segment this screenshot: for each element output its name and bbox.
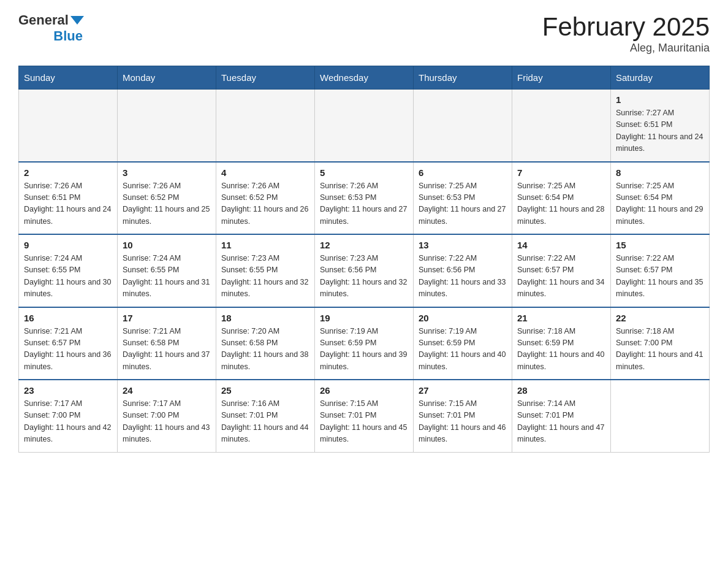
calendar-cell: 26Sunrise: 7:15 AMSunset: 7:01 PMDayligh… — [315, 380, 414, 452]
day-number: 1 — [616, 94, 704, 105]
day-info: Sunrise: 7:25 AMSunset: 6:54 PMDaylight:… — [616, 180, 704, 228]
day-info: Sunrise: 7:26 AMSunset: 6:53 PMDaylight:… — [320, 180, 408, 228]
day-info: Sunrise: 7:27 AMSunset: 6:51 PMDaylight:… — [616, 107, 704, 155]
day-number: 19 — [320, 313, 408, 323]
day-info: Sunrise: 7:17 AMSunset: 7:00 PMDaylight:… — [123, 398, 211, 446]
day-number: 10 — [123, 240, 211, 250]
day-info: Sunrise: 7:21 AMSunset: 6:58 PMDaylight:… — [123, 326, 211, 373]
day-info: Sunrise: 7:19 AMSunset: 6:59 PMDaylight:… — [320, 326, 408, 373]
day-info: Sunrise: 7:14 AMSunset: 7:01 PMDaylight:… — [517, 398, 605, 446]
day-number: 15 — [616, 240, 704, 250]
calendar-week-row: 9Sunrise: 7:24 AMSunset: 6:55 PMDaylight… — [19, 234, 710, 307]
day-info: Sunrise: 7:15 AMSunset: 7:01 PMDaylight:… — [419, 398, 507, 446]
day-info: Sunrise: 7:26 AMSunset: 6:52 PMDaylight:… — [221, 180, 309, 228]
day-info: Sunrise: 7:22 AMSunset: 6:57 PMDaylight:… — [517, 253, 605, 301]
calendar-cell — [512, 90, 611, 162]
calendar-cell: 16Sunrise: 7:21 AMSunset: 6:57 PMDayligh… — [19, 307, 118, 380]
calendar-cell: 11Sunrise: 7:23 AMSunset: 6:55 PMDayligh… — [216, 234, 315, 307]
day-number: 4 — [221, 167, 309, 178]
calendar-week-row: 16Sunrise: 7:21 AMSunset: 6:57 PMDayligh… — [19, 307, 710, 380]
month-title: February 2025 — [542, 12, 710, 42]
day-number: 13 — [419, 240, 507, 250]
logo-blue-text: Blue — [53, 28, 83, 44]
calendar-cell: 25Sunrise: 7:16 AMSunset: 7:01 PMDayligh… — [216, 380, 315, 452]
calendar-cell: 21Sunrise: 7:18 AMSunset: 6:59 PMDayligh… — [512, 307, 611, 380]
calendar-cell — [19, 90, 118, 162]
day-info: Sunrise: 7:16 AMSunset: 7:01 PMDaylight:… — [221, 398, 309, 446]
day-number: 27 — [419, 385, 507, 396]
day-info: Sunrise: 7:26 AMSunset: 6:51 PMDaylight:… — [24, 180, 112, 228]
calendar-cell: 9Sunrise: 7:24 AMSunset: 6:55 PMDaylight… — [19, 234, 118, 307]
calendar-cell: 12Sunrise: 7:23 AMSunset: 6:56 PMDayligh… — [315, 234, 414, 307]
calendar-cell: 1Sunrise: 7:27 AMSunset: 6:51 PMDaylight… — [611, 90, 710, 162]
day-number: 14 — [517, 240, 605, 250]
day-info: Sunrise: 7:21 AMSunset: 6:57 PMDaylight:… — [24, 326, 112, 373]
day-number: 7 — [517, 167, 605, 178]
calendar-cell — [118, 90, 216, 162]
logo: General Blue — [18, 12, 84, 44]
calendar-cell — [611, 380, 710, 452]
day-info: Sunrise: 7:18 AMSunset: 7:00 PMDaylight:… — [616, 326, 704, 373]
day-info: Sunrise: 7:20 AMSunset: 6:58 PMDaylight:… — [221, 326, 309, 373]
day-number: 24 — [123, 385, 211, 396]
day-number: 6 — [419, 167, 507, 178]
calendar-header-row: Sunday Monday Tuesday Wednesday Thursday… — [19, 66, 710, 90]
day-info: Sunrise: 7:25 AMSunset: 6:54 PMDaylight:… — [517, 180, 605, 228]
calendar-cell: 4Sunrise: 7:26 AMSunset: 6:52 PMDaylight… — [216, 162, 315, 235]
day-info: Sunrise: 7:23 AMSunset: 6:55 PMDaylight:… — [221, 253, 309, 301]
calendar-cell: 6Sunrise: 7:25 AMSunset: 6:53 PMDaylight… — [414, 162, 512, 235]
calendar-cell: 18Sunrise: 7:20 AMSunset: 6:58 PMDayligh… — [216, 307, 315, 380]
day-number: 12 — [320, 240, 408, 250]
day-number: 2 — [24, 167, 112, 178]
day-number: 21 — [517, 313, 605, 323]
day-number: 9 — [24, 240, 112, 250]
day-number: 11 — [221, 240, 309, 250]
day-number: 20 — [419, 313, 507, 323]
calendar-table: Sunday Monday Tuesday Wednesday Thursday… — [18, 66, 710, 453]
col-thursday: Thursday — [414, 66, 512, 90]
day-number: 18 — [221, 313, 309, 323]
location: Aleg, Mauritania — [542, 42, 710, 55]
calendar-cell: 14Sunrise: 7:22 AMSunset: 6:57 PMDayligh… — [512, 234, 611, 307]
calendar-cell: 2Sunrise: 7:26 AMSunset: 6:51 PMDaylight… — [19, 162, 118, 235]
col-saturday: Saturday — [611, 66, 710, 90]
calendar-cell: 8Sunrise: 7:25 AMSunset: 6:54 PMDaylight… — [611, 162, 710, 235]
page-header: General Blue February 2025 Aleg, Maurita… — [18, 12, 710, 55]
calendar-cell: 10Sunrise: 7:24 AMSunset: 6:55 PMDayligh… — [118, 234, 216, 307]
day-info: Sunrise: 7:23 AMSunset: 6:56 PMDaylight:… — [320, 253, 408, 301]
calendar-cell — [315, 90, 414, 162]
day-info: Sunrise: 7:24 AMSunset: 6:55 PMDaylight:… — [123, 253, 211, 301]
col-tuesday: Tuesday — [216, 66, 315, 90]
day-info: Sunrise: 7:22 AMSunset: 6:57 PMDaylight:… — [616, 253, 704, 301]
calendar-cell: 20Sunrise: 7:19 AMSunset: 6:59 PMDayligh… — [414, 307, 512, 380]
calendar-week-row: 23Sunrise: 7:17 AMSunset: 7:00 PMDayligh… — [19, 380, 710, 452]
col-wednesday: Wednesday — [315, 66, 414, 90]
day-number: 8 — [616, 167, 704, 178]
col-monday: Monday — [118, 66, 216, 90]
calendar-cell: 7Sunrise: 7:25 AMSunset: 6:54 PMDaylight… — [512, 162, 611, 235]
day-number: 3 — [123, 167, 211, 178]
calendar-cell: 27Sunrise: 7:15 AMSunset: 7:01 PMDayligh… — [414, 380, 512, 452]
calendar-cell: 22Sunrise: 7:18 AMSunset: 7:00 PMDayligh… — [611, 307, 710, 380]
day-info: Sunrise: 7:17 AMSunset: 7:00 PMDaylight:… — [24, 398, 112, 446]
day-info: Sunrise: 7:26 AMSunset: 6:52 PMDaylight:… — [123, 180, 211, 228]
title-section: February 2025 Aleg, Mauritania — [542, 12, 710, 55]
day-number: 16 — [24, 313, 112, 323]
calendar-cell — [414, 90, 512, 162]
day-number: 22 — [616, 313, 704, 323]
calendar-cell: 15Sunrise: 7:22 AMSunset: 6:57 PMDayligh… — [611, 234, 710, 307]
day-number: 17 — [123, 313, 211, 323]
day-info: Sunrise: 7:19 AMSunset: 6:59 PMDaylight:… — [419, 326, 507, 373]
calendar-cell: 23Sunrise: 7:17 AMSunset: 7:00 PMDayligh… — [19, 380, 118, 452]
calendar-week-row: 2Sunrise: 7:26 AMSunset: 6:51 PMDaylight… — [19, 162, 710, 235]
calendar-cell: 5Sunrise: 7:26 AMSunset: 6:53 PMDaylight… — [315, 162, 414, 235]
day-info: Sunrise: 7:18 AMSunset: 6:59 PMDaylight:… — [517, 326, 605, 373]
calendar-cell — [216, 90, 315, 162]
logo-triangle-icon — [70, 16, 84, 25]
day-info: Sunrise: 7:24 AMSunset: 6:55 PMDaylight:… — [24, 253, 112, 301]
day-number: 5 — [320, 167, 408, 178]
day-info: Sunrise: 7:22 AMSunset: 6:56 PMDaylight:… — [419, 253, 507, 301]
calendar-cell: 3Sunrise: 7:26 AMSunset: 6:52 PMDaylight… — [118, 162, 216, 235]
svg-marker-0 — [70, 16, 84, 25]
calendar-cell: 19Sunrise: 7:19 AMSunset: 6:59 PMDayligh… — [315, 307, 414, 380]
